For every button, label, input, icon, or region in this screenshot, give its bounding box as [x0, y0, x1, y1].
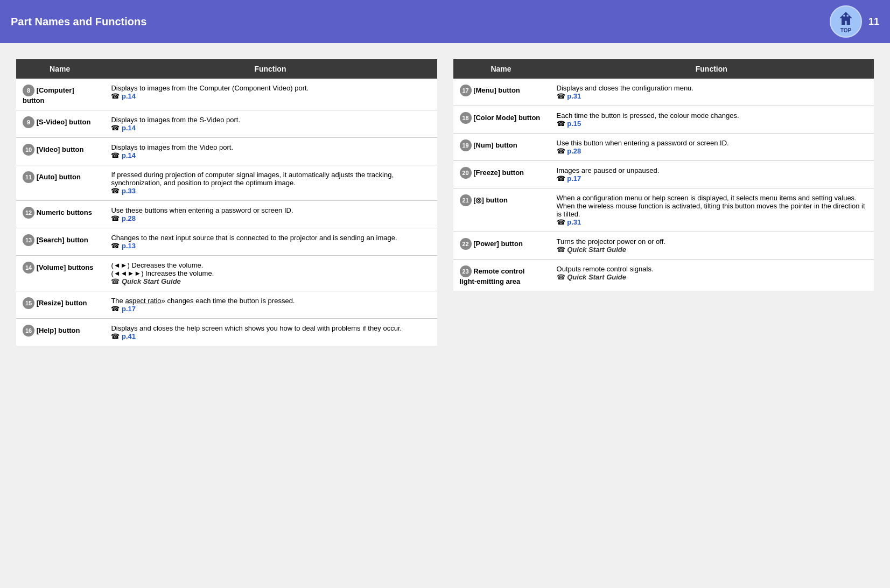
table-row: 20 [Freeze] buttonImages are paused or u…: [453, 161, 874, 188]
function-link[interactable]: ☎ p.17: [111, 305, 429, 313]
function-link[interactable]: ☎ p.15: [557, 120, 866, 128]
function-text: Displays and closes the configuration me…: [557, 84, 866, 92]
function-text: Displays and closes the help screen whic…: [111, 324, 429, 332]
function-link[interactable]: ☎ Quick Start Guide: [557, 273, 866, 281]
function-link[interactable]: ☎ p.28: [557, 147, 866, 155]
name-cell: 9 [S-Video] button: [16, 110, 103, 138]
function-cell: Images are paused or unpaused.☎ p.17: [549, 161, 874, 188]
svg-rect-2: [847, 15, 849, 17]
table-row: 13 [Search] buttonChanges to the next in…: [16, 228, 437, 256]
top-label: TOP: [840, 27, 851, 33]
row-name: [Auto] button: [37, 173, 81, 181]
row-number-badge: 11: [23, 171, 34, 183]
function-text: Images are paused or unpaused.: [557, 166, 866, 174]
left-table: Name Function 8 [Computer] buttonDisplay…: [16, 59, 437, 346]
function-text: Changes to the next input source that is…: [111, 234, 429, 242]
function-cell: Displays to images from the S-Video port…: [103, 110, 437, 138]
function-link[interactable]: ☎ Quick Start Guide: [557, 246, 866, 254]
function-text: Displays to images from the Video port.: [111, 143, 429, 151]
right-table-container: Name Function 17 [Menu] buttonDisplays a…: [453, 59, 874, 346]
header-right: TOP 11: [830, 5, 879, 38]
row-name: [Freeze] button: [473, 169, 524, 177]
function-link[interactable]: ☎ p.33: [111, 187, 429, 195]
function-text: (◄►) Decreases the volume.: [111, 261, 429, 269]
row-number-badge: 14: [23, 262, 34, 274]
row-name: [Resize] button: [37, 299, 87, 307]
function-cell: Each time the button is pressed, the col…: [549, 106, 874, 134]
row-number-badge: 16: [23, 325, 34, 337]
name-cell: 19 [Num] button: [453, 134, 549, 161]
table-row: 12 Numeric buttonsUse these buttons when…: [16, 201, 437, 228]
row-name: [Volume] buttons: [37, 263, 94, 271]
table-row: 23 Remote control light-emitting areaOut…: [453, 260, 874, 291]
function-link[interactable]: ☎ p.13: [111, 242, 429, 250]
name-cell: 13 [Search] button: [16, 228, 103, 256]
row-number-badge: 20: [460, 167, 472, 179]
right-col-function: Function: [549, 59, 874, 79]
name-cell: 16 [Help] button: [16, 319, 103, 346]
row-number-badge: 21: [460, 194, 472, 206]
table-row: 8 [Computer] buttonDisplays to images fr…: [16, 79, 437, 110]
function-cell: Displays and closes the help screen whic…: [103, 319, 437, 346]
content-area: Name Function 8 [Computer] buttonDisplay…: [0, 43, 890, 362]
function-cell: Use these buttons when entering a passwo…: [103, 201, 437, 228]
row-number-badge: 12: [23, 207, 34, 219]
table-row: 9 [S-Video] buttonDisplays to images fro…: [16, 110, 437, 138]
row-number-badge: 15: [23, 297, 34, 309]
page-header: Part Names and Functions TOP 11: [0, 0, 890, 43]
row-number-badge: 8: [23, 85, 34, 96]
row-name: Numeric buttons: [37, 208, 92, 216]
row-number-badge: 19: [460, 139, 472, 151]
function-link[interactable]: ☎ p.14: [111, 124, 429, 132]
function-text: Use this button when entering a password…: [557, 139, 866, 147]
function-cell: Use this button when entering a password…: [549, 134, 874, 161]
name-cell: 23 Remote control light-emitting area: [453, 260, 549, 291]
row-number-badge: 23: [460, 265, 472, 277]
function-cell: When a configuration menu or help screen…: [549, 188, 874, 232]
function-text: Displays to images from the S-Video port…: [111, 116, 429, 124]
svg-rect-1: [843, 15, 845, 17]
function-cell: Outputs remote control signals.☎ Quick S…: [549, 260, 874, 291]
function-text: When a configuration menu or help screen…: [557, 194, 866, 218]
function-link[interactable]: ☎ p.41: [111, 332, 429, 340]
function-link[interactable]: ☎ p.14: [111, 151, 429, 159]
function-text: Displays to images from the Computer (Co…: [111, 84, 429, 92]
row-name: [Search] button: [37, 236, 88, 244]
function-text: (◄◄►►) Increases the volume.: [111, 269, 429, 277]
left-table-container: Name Function 8 [Computer] buttonDisplay…: [16, 59, 437, 346]
function-text: Outputs remote control signals.: [557, 265, 866, 273]
name-cell: 22 [Power] button: [453, 232, 549, 260]
function-link[interactable]: ☎ p.31: [557, 218, 866, 226]
function-cell: The aspect ratio» changes each time the …: [103, 291, 437, 319]
table-row: 17 [Menu] buttonDisplays and closes the …: [453, 79, 874, 106]
row-name: [Color Mode] button: [473, 114, 540, 122]
name-cell: 20 [Freeze] button: [453, 161, 549, 188]
right-table: Name Function 17 [Menu] buttonDisplays a…: [453, 59, 874, 291]
name-cell: 14 [Volume] buttons: [16, 256, 103, 291]
table-row: 19 [Num] buttonUse this button when ente…: [453, 134, 874, 161]
function-link[interactable]: ☎ p.17: [557, 174, 866, 183]
function-cell: (◄►) Decreases the volume.(◄◄►►) Increas…: [103, 256, 437, 291]
row-name: [Video] button: [37, 145, 84, 153]
top-icon: TOP: [830, 5, 862, 38]
function-link[interactable]: ☎ Quick Start Guide: [111, 277, 429, 285]
left-col-name: Name: [16, 59, 103, 79]
row-number-badge: 18: [460, 112, 472, 124]
row-name: [S-Video] button: [37, 118, 91, 126]
page-title: Part Names and Functions: [11, 16, 146, 28]
left-col-function: Function: [103, 59, 437, 79]
row-name: [◎] button: [473, 196, 508, 204]
function-link[interactable]: ☎ p.31: [557, 92, 866, 100]
name-cell: 21 [◎] button: [453, 188, 549, 232]
table-row: 11 [Auto] buttonIf pressed during projec…: [16, 165, 437, 201]
function-cell: Changes to the next input source that is…: [103, 228, 437, 256]
function-link[interactable]: ☎ p.28: [111, 214, 429, 222]
function-text: Use these buttons when entering a passwo…: [111, 206, 429, 214]
function-text: The aspect ratio» changes each time the …: [111, 297, 429, 305]
row-number-badge: 22: [460, 238, 472, 250]
function-link[interactable]: ☎ p.14: [111, 92, 429, 100]
row-name: [Power] button: [473, 240, 523, 248]
name-cell: 11 [Auto] button: [16, 165, 103, 201]
table-row: 15 [Resize] buttonThe aspect ratio» chan…: [16, 291, 437, 319]
name-cell: 10 [Video] button: [16, 138, 103, 165]
